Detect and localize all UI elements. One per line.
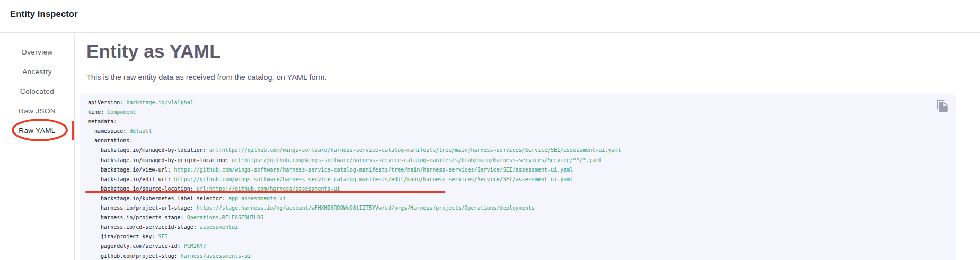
yaml-key: harness.io/cd-serviceId-stage: (88, 224, 197, 230)
active-tab-indicator (72, 121, 74, 140)
yaml-key: kind: (88, 109, 104, 115)
yaml-value: PCM2KY7 (181, 243, 206, 249)
yaml-value: default (126, 128, 152, 134)
yaml-line: annotations: (88, 136, 947, 146)
yaml-value: Operations,RELEASEBUILDS (184, 214, 264, 220)
sidebar-tabs: OverviewAncestryColocatedRaw JSONRaw YAM… (0, 42, 74, 140)
yaml-key: apiVersion: (88, 100, 123, 105)
sidebar-item-raw-json[interactable]: Raw JSON (0, 101, 74, 121)
dialog-title: Entity Inspector (10, 9, 78, 19)
yaml-line: harness.io/projects-stage: Operations,RE… (88, 213, 947, 222)
yaml-line: backstage.io/managed-by-location: url:ht… (88, 146, 947, 155)
yaml-value: harness/assessments-ui (178, 253, 251, 259)
entity-inspector-dialog: Entity Inspector OverviewAncestryColocat… (0, 0, 980, 260)
yaml-line: apiVersion: backstage.io/v1alpha1 (88, 98, 947, 107)
yaml-line: harness.io/cd-serviceId-stage: assessmen… (88, 222, 947, 232)
sidebar-item-ancestry[interactable]: Ancestry (0, 62, 74, 82)
yaml-key: annotations: (88, 138, 133, 144)
sidebar-divider (74, 33, 75, 260)
yaml-key: backstage.io/source-location: (88, 186, 193, 192)
header-divider (0, 32, 980, 33)
yaml-value: Component (104, 109, 136, 115)
yaml-key: backstage.io/managed-by-origin-location: (88, 157, 228, 163)
sidebar-item-overview[interactable]: Overview (0, 42, 74, 62)
yaml-line: backstage.io/source-location: url:https:… (88, 184, 947, 194)
yaml-line: backstage.io/edit-url: https://github.co… (88, 175, 947, 184)
yaml-line: namespace: default (88, 127, 947, 136)
yaml-value: SEI (155, 234, 167, 239)
yaml-key: harness.io/projects-stage: (88, 214, 184, 220)
yaml-line: kind: Component (88, 107, 947, 117)
yaml-line: pagerduty.com/service-id: PCM2KY7 (88, 241, 947, 251)
yaml-code-block: apiVersion: backstage.io/v1alpha1kind: C… (80, 94, 956, 260)
yaml-line: backstage.io/kubernetes-label-selector: … (88, 194, 947, 203)
yaml-key: metadata: (88, 119, 117, 124)
yaml-value: https://stage.harness.io/ng/account/wFHX… (193, 205, 535, 211)
yaml-code: apiVersion: backstage.io/v1alpha1kind: C… (80, 94, 956, 260)
yaml-line: jira/project-key: SEI (88, 232, 947, 241)
yaml-key: backstage.io/kubernetes-label-selector: (88, 195, 225, 201)
yaml-value: app=assessments-ui (225, 195, 286, 201)
yaml-line: github.com/project-slug: harness/assessm… (88, 252, 947, 260)
yaml-line: backstage.io/managed-by-origin-location:… (88, 156, 947, 165)
yaml-value: backstage.io/v1alpha1 (123, 100, 193, 105)
yaml-key: pagerduty.com/service-id: (88, 243, 181, 249)
yaml-key: backstage.io/edit-url: (88, 176, 171, 182)
yaml-value: assessmentui (197, 224, 238, 230)
yaml-key: backstage.io/view-url: (88, 167, 171, 173)
page-title: Entity as YAML (86, 41, 221, 61)
yaml-line: harness.io/project-url-stage: https://st… (88, 203, 947, 213)
page-subtitle: This is the raw entity data as received … (86, 72, 326, 83)
yaml-value: url:https://github.com/wings-software/ha… (206, 147, 621, 153)
yaml-value: url:https://github.com/harness/assessmen… (193, 186, 340, 192)
yaml-key: harness.io/project-url-stage: (88, 205, 193, 211)
yaml-value: https://github.com/wings-software/harnes… (171, 176, 573, 182)
yaml-value: https://github.com/wings-software/harnes… (171, 167, 573, 173)
yaml-line: backstage.io/view-url: https://github.co… (88, 165, 947, 175)
sidebar-item-raw-yaml[interactable]: Raw YAML (0, 121, 74, 140)
yaml-value: url:https://github.com/wings-software/ha… (228, 157, 602, 163)
yaml-key: namespace: (88, 128, 126, 134)
copy-icon (935, 99, 949, 113)
yaml-line: metadata: (88, 117, 947, 127)
yaml-key: backstage.io/managed-by-location: (88, 147, 206, 153)
yaml-key: jira/project-key: (88, 234, 155, 239)
copy-button[interactable] (935, 99, 949, 113)
yaml-key: github.com/project-slug: (88, 253, 178, 259)
sidebar-item-colocated[interactable]: Colocated (0, 82, 74, 101)
